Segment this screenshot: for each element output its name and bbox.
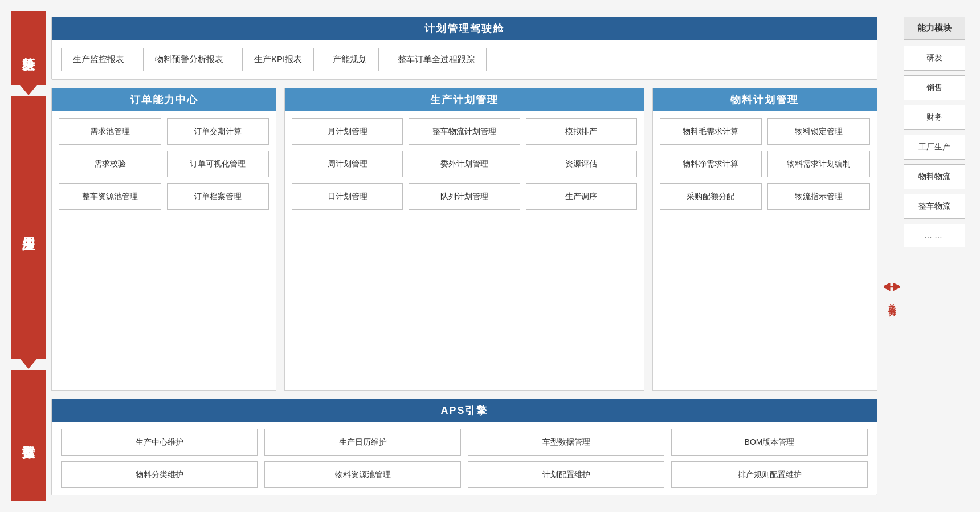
right-item-4: 物料物流 [904, 164, 965, 189]
col2-mid-2: 队列计划管理 [409, 183, 520, 210]
col3-content: 物料毛需求计算 物料锁定管理 物料净需求计算 物料需求计划编制 采购配额分配 物… [653, 111, 877, 217]
right-panel-items: 研发 销售 财务 工厂生产 物料物流 整车物流 …… [904, 46, 965, 495]
top-item-0: 生产监控报表 [61, 48, 136, 71]
col3-cell-1: 物料锁定管理 [767, 118, 870, 145]
top-item-1: 物料预警分析报表 [143, 48, 235, 71]
label-juece: 决策分析 [11, 11, 46, 85]
right-item-3: 工厂生产 [904, 135, 965, 160]
label-shuju: 数据支撑 [11, 370, 46, 501]
right-item-1: 销售 [904, 75, 965, 100]
label-yewu: 业务应用 [11, 96, 46, 359]
col3-header: 物料计划管理 [653, 88, 877, 111]
col1-content: 需求池管理 订单交期计算 需求校验 订单可视化管理 整车资源池管理 订单档案管理 [52, 111, 276, 217]
top-item-2: 生产KPI报表 [242, 48, 314, 71]
col1-header: 订单能力中心 [52, 88, 276, 111]
col3-cell-0: 物料毛需求计算 [660, 118, 762, 145]
bottom-r1-2: 车型数据管理 [468, 429, 664, 456]
right-panel: 能力模块 研发 销售 财务 工厂生产 物料物流 整车物流 …… [900, 11, 969, 501]
col-shengchan: 生产计划管理 月计划管理 整车物流计划管理 模拟排产 周计划管理 委外计划管理 … [284, 88, 644, 391]
bottom-row-1: 生产中心维护 生产日历维护 车型数据管理 BOM版本管理 [61, 429, 868, 456]
svg-marker-0 [11, 75, 46, 95]
arrow-connector: 关联能力 [883, 11, 900, 501]
right-item-2: 财务 [904, 105, 965, 130]
col2-mid-0: 整车物流计划管理 [409, 118, 520, 145]
middle-section: 订单能力中心 需求池管理 订单交期计算 需求校验 订单可视化管理 整车资源池管理… [51, 88, 877, 391]
top-section: 计划管理驾驶舱 生产监控报表 物料预警分析报表 生产KPI报表 产能规划 整车订… [51, 17, 877, 80]
main-content: 计划管理驾驶舱 生产监控报表 物料预警分析报表 生产KPI报表 产能规划 整车订… [46, 11, 883, 501]
col3-cell-2: 物料净需求计算 [660, 151, 762, 177]
right-panel-title: 能力模块 [904, 17, 965, 40]
col3-cell-4: 采购配额分配 [660, 183, 762, 210]
col1-cell-3: 订单可视化管理 [167, 151, 270, 177]
col2-content: 月计划管理 整车物流计划管理 模拟排产 周计划管理 委外计划管理 资源评估 日计… [285, 111, 643, 217]
col2-mid-1: 委外计划管理 [409, 151, 520, 177]
left-labels: 决策分析 业务应用 数据支撑 [11, 11, 46, 501]
bottom-r1-0: 生产中心维护 [61, 429, 258, 456]
top-section-header: 计划管理驾驶舱 [52, 17, 877, 40]
bottom-r2-0: 物料分类维护 [61, 461, 258, 488]
col1-cell-1: 订单交期计算 [167, 118, 270, 145]
bottom-row-2: 物料分类维护 物料资源池管理 计划配置维护 排产规则配置维护 [61, 461, 868, 488]
top-item-4: 整车订单全过程跟踪 [386, 48, 487, 71]
col2-left-2: 日计划管理 [292, 183, 403, 210]
bottom-r2-1: 物料资源池管理 [264, 461, 461, 488]
col1-cell-2: 需求校验 [59, 151, 161, 177]
arrow-icon [884, 282, 900, 292]
arrow-label: 关联能力 [887, 298, 897, 304]
bottom-r1-3: BOM版本管理 [671, 429, 868, 456]
col1-cell-5: 订单档案管理 [167, 183, 270, 210]
bottom-items: 生产中心维护 生产日历维护 车型数据管理 BOM版本管理 物料分类维护 物料资源… [52, 422, 877, 495]
col2-left-1: 周计划管理 [292, 151, 403, 177]
col3-cell-5: 物流指示管理 [767, 183, 870, 210]
col-dingdan: 订单能力中心 需求池管理 订单交期计算 需求校验 订单可视化管理 整车资源池管理… [51, 88, 276, 391]
bottom-section-header: APS引擎 [52, 399, 877, 422]
bottom-r1-1: 生产日历维护 [264, 429, 461, 456]
col3-cell-3: 物料需求计划编制 [767, 151, 870, 177]
bottom-r2-2: 计划配置维护 [468, 461, 664, 488]
right-item-0: 研发 [904, 46, 965, 71]
col1-cell-4: 整车资源池管理 [59, 183, 161, 210]
right-item-6: …… [904, 224, 965, 247]
col2-header: 生产计划管理 [285, 88, 643, 111]
col2-right-0: 模拟排产 [526, 118, 637, 145]
bottom-r2-3: 排产规则配置维护 [671, 461, 868, 488]
svg-marker-1 [11, 348, 46, 369]
bottom-section: APS引擎 生产中心维护 生产日历维护 车型数据管理 BOM版本管理 物料分类维… [51, 399, 877, 495]
col2-left-0: 月计划管理 [292, 118, 403, 145]
col2-right-2: 生产调序 [526, 183, 637, 210]
col-wuliao: 物料计划管理 物料毛需求计算 物料锁定管理 物料净需求计算 物料需求计划编制 采… [652, 88, 877, 391]
col2-right-1: 资源评估 [526, 151, 637, 177]
top-section-items: 生产监控报表 物料预警分析报表 生产KPI报表 产能规划 整车订单全过程跟踪 [52, 40, 877, 79]
right-item-5: 整车物流 [904, 194, 965, 219]
col1-cell-0: 需求池管理 [59, 118, 161, 145]
top-item-3: 产能规划 [321, 48, 379, 71]
